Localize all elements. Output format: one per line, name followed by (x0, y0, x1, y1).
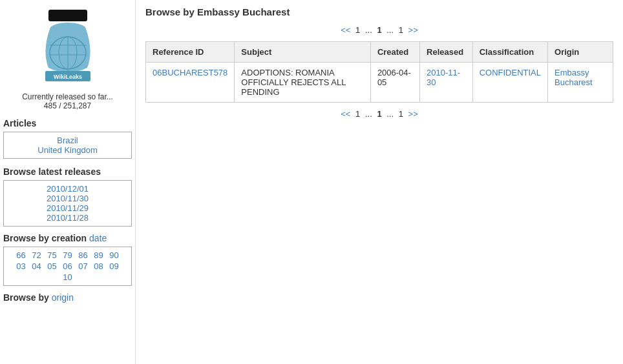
articles-title: Articles (3, 118, 132, 128)
svg-rect-0 (48, 10, 87, 21)
browse-creation-date-link[interactable]: date (89, 233, 107, 243)
browse-creation-title: Browse by creation date (3, 233, 132, 243)
wikileaks-logo: WikiLeaks (29, 6, 107, 84)
release-date-3[interactable]: 2010/11/29 (7, 203, 128, 213)
year-08[interactable]: 08 (92, 261, 106, 271)
table-row: 06BUCHAREST578 ADOPTIONS: ROMANIA OFFICI… (146, 63, 613, 103)
browse-creation: Browse by creation date 66 72 75 79 86 8… (3, 233, 132, 286)
release-date-2[interactable]: 2010/11/30 (7, 194, 128, 203)
col-origin: Origin (548, 42, 613, 63)
article-brazil[interactable]: Brazil (7, 136, 128, 145)
col-classification: Classification (472, 42, 547, 63)
release-date-1[interactable]: 2010/12/01 (7, 184, 128, 194)
year-90[interactable]: 90 (107, 250, 121, 260)
col-released: Released (420, 42, 473, 63)
year-86[interactable]: 86 (76, 250, 90, 260)
pagination-bottom: << 1 ... 1 ... 1 >> (145, 109, 613, 119)
cell-created: 2006-04-05 (370, 63, 419, 103)
year-07[interactable]: 07 (76, 261, 90, 271)
col-reference: Reference ID (146, 42, 235, 63)
classification-value: CONFIDENTIAL (480, 68, 541, 77)
results-table: Reference ID Subject Created Released Cl… (145, 41, 613, 103)
pagination-bottom-prev[interactable]: << (341, 109, 350, 119)
articles-box: Brazil United Kingdom (3, 132, 132, 159)
main-content: Browse by Embassy Bucharest << 1 ... 1 .… (136, 0, 623, 364)
year-79[interactable]: 79 (61, 250, 75, 260)
article-uk[interactable]: United Kingdom (7, 145, 128, 155)
sidebar: WikiLeaks Currently released so far... 4… (0, 0, 136, 364)
col-subject: Subject (235, 42, 371, 63)
pagination-next[interactable]: >> (408, 25, 418, 35)
logo-area: WikiLeaks (3, 6, 132, 86)
released-text: Currently released so far... (3, 92, 132, 101)
cell-reference: 06BUCHAREST578 (146, 63, 235, 103)
released-count: 485 / 251,287 (3, 101, 132, 110)
date-grid: 66 72 75 79 86 89 90 03 04 05 06 07 08 0… (7, 250, 128, 282)
year-10[interactable]: 10 (61, 272, 75, 282)
year-72[interactable]: 72 (30, 250, 44, 260)
releases-box: 2010/12/01 2010/11/30 2010/11/29 2010/11… (3, 180, 132, 227)
page-title: Browse by Embassy Bucharest (145, 6, 613, 17)
cell-classification: CONFIDENTIAL (472, 63, 547, 103)
year-75[interactable]: 75 (45, 250, 59, 260)
pagination-prev[interactable]: << (341, 25, 350, 35)
year-89[interactable]: 89 (92, 250, 106, 260)
reference-link[interactable]: 06BUCHAREST578 (153, 68, 227, 77)
pagination-bottom-current: 1 (377, 109, 381, 119)
year-06[interactable]: 06 (61, 261, 75, 271)
year-66[interactable]: 66 (14, 250, 28, 260)
released-link[interactable]: 2010-11-30 (427, 68, 460, 87)
browse-origin-link[interactable]: origin (52, 292, 74, 303)
browse-latest-title: Browse latest releases (3, 167, 132, 177)
release-date-4[interactable]: 2010/11/28 (7, 213, 128, 223)
origin-link[interactable]: Embassy Bucharest (554, 68, 593, 87)
year-05[interactable]: 05 (45, 261, 59, 271)
cell-subject: ADOPTIONS: ROMANIA OFFICIALLY REJECTS AL… (235, 63, 371, 103)
year-03[interactable]: 03 (14, 261, 28, 271)
browse-origin: Browse by origin (3, 292, 132, 303)
pagination-bottom-next[interactable]: >> (408, 109, 418, 119)
cell-released: 2010-11-30 (420, 63, 473, 103)
col-created: Created (370, 42, 419, 63)
pagination-top: << 1 ... 1 ... 1 >> (145, 25, 613, 35)
year-09[interactable]: 09 (107, 261, 121, 271)
cell-origin: Embassy Bucharest (548, 63, 613, 103)
svg-text:WikiLeaks: WikiLeaks (54, 74, 82, 80)
year-04[interactable]: 04 (30, 261, 44, 271)
pagination-current: 1 (377, 25, 381, 35)
date-grid-box: 66 72 75 79 86 89 90 03 04 05 06 07 08 0… (3, 247, 132, 286)
